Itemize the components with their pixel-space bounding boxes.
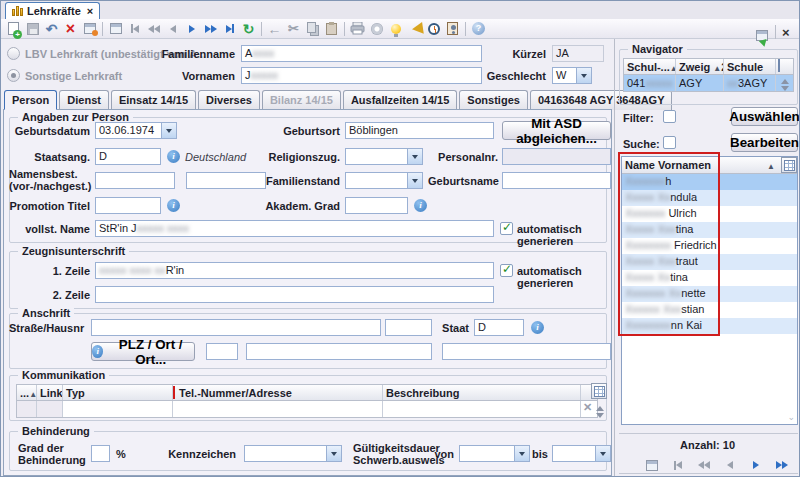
kennzeichen-combo[interactable] xyxy=(244,445,342,462)
typ-cell[interactable] xyxy=(63,401,173,417)
row-spinner[interactable] xyxy=(593,402,607,422)
refresh-button[interactable]: ↻ xyxy=(239,20,258,38)
chevron-down-icon[interactable] xyxy=(326,445,342,462)
list-item[interactable]: Xxxxxx Xxxstian xyxy=(622,302,797,318)
navigator-row-spinner[interactable] xyxy=(776,75,793,91)
back-button[interactable] xyxy=(163,20,182,38)
list-item[interactable]: Xxxxxxxxnn Kai xyxy=(622,318,797,334)
bearbeiten-button[interactable]: Bearbeiten xyxy=(731,133,798,152)
last-record-button[interactable] xyxy=(220,20,239,38)
list-item[interactable]: Xxxxx Xxxtina xyxy=(622,222,797,238)
chevron-down-icon[interactable] xyxy=(576,67,592,84)
fast-back-button[interactable] xyxy=(694,456,713,474)
tel-cell[interactable] xyxy=(173,401,383,417)
beschreibung-column-header[interactable]: Beschreibung xyxy=(383,385,581,400)
bis-combo[interactable] xyxy=(552,445,611,462)
hausnr-field[interactable] xyxy=(385,319,432,336)
vornamen-field[interactable]: Jxxxxx xyxy=(241,67,482,84)
info-icon[interactable]: i xyxy=(167,199,180,212)
tab-dienst[interactable]: Dienst xyxy=(59,90,109,110)
info-icon[interactable]: i xyxy=(531,321,544,334)
strasse-field[interactable] xyxy=(91,319,381,336)
schulnr-column-header[interactable]: Schul-...▲1 xyxy=(624,59,676,74)
undo-button[interactable]: ↶ xyxy=(42,20,61,38)
typ-column-header[interactable]: Typ xyxy=(63,385,173,400)
tab-close-icon[interactable]: × xyxy=(87,5,93,17)
list-item[interactable]: Xxxxxxx Xxnette xyxy=(622,286,797,302)
familienname-field[interactable]: Axxxx xyxy=(241,45,482,62)
print-button[interactable] xyxy=(348,20,367,38)
kommunikation-empty-row[interactable]: ✕ xyxy=(16,401,598,418)
user-data-button[interactable] xyxy=(443,20,462,38)
first-record-button[interactable] xyxy=(668,456,687,474)
info-icon[interactable]: i xyxy=(167,150,180,163)
schule-column-header[interactable]: Schule xyxy=(724,59,776,74)
list-item[interactable]: Xxxxx Xxndula xyxy=(622,190,797,206)
vollname-autogen-checkbox[interactable] xyxy=(500,222,513,235)
staatsang-field[interactable]: D xyxy=(95,148,161,165)
list-settings-button[interactable] xyxy=(781,157,797,173)
copy-button[interactable] xyxy=(303,20,322,38)
fast-forward-button[interactable] xyxy=(772,456,791,474)
record-form-button[interactable] xyxy=(642,456,661,474)
chevron-down-icon[interactable] xyxy=(161,122,177,139)
fast-back-button[interactable] xyxy=(144,20,163,38)
zeile1-field[interactable]: xxxxx xxxx xxR'in xyxy=(95,262,494,279)
chevron-down-icon[interactable] xyxy=(407,172,423,189)
religionszug-combo[interactable] xyxy=(345,148,423,165)
grad-field[interactable] xyxy=(91,445,110,462)
table-settings-button[interactable] xyxy=(591,383,607,399)
navigator-selected-row[interactable]: 041xxxxx AGY xx3AGY xyxy=(623,75,794,92)
teacher-list-header[interactable]: Name Vornamen ▲ xyxy=(622,157,797,174)
radio-lbv-lehrkraft[interactable] xyxy=(7,47,20,60)
plz-ort-button[interactable]: iPLZ / Ort / Ort... xyxy=(91,342,195,361)
copy-record-button[interactable] xyxy=(106,20,125,38)
tab-person[interactable]: Person xyxy=(4,90,57,110)
tab-sonstiges[interactable]: Sonstiges xyxy=(459,90,528,110)
sort-column-header[interactable]: ...▲ xyxy=(17,385,37,400)
namensbest-vor-field[interactable] xyxy=(95,172,175,189)
hint-button[interactable] xyxy=(386,20,405,38)
assign-button[interactable]: ← xyxy=(265,20,284,38)
navigator-header-row[interactable]: Schul-...▲1 Zweig ▲2 Schule xyxy=(623,58,794,75)
plz-field[interactable] xyxy=(206,343,238,360)
chevron-down-icon[interactable] xyxy=(595,445,611,462)
delete-button[interactable]: × xyxy=(61,20,80,38)
paste-button[interactable] xyxy=(322,20,341,38)
back-button[interactable] xyxy=(720,456,739,474)
close-view-icon[interactable]: × xyxy=(782,26,790,39)
akadem-grad-field[interactable] xyxy=(345,197,408,214)
first-record-button[interactable] xyxy=(125,20,144,38)
schedule-button[interactable] xyxy=(424,20,443,38)
tab-ausfallzeiten[interactable]: Ausfallzeiten 14/15 xyxy=(343,90,457,110)
link-column-header[interactable]: Link xyxy=(37,385,63,400)
zeugnis-autogen-checkbox[interactable] xyxy=(500,264,513,277)
edit-form-button[interactable] xyxy=(80,20,99,38)
ortsteil-field[interactable] xyxy=(442,343,611,360)
link-cell[interactable] xyxy=(37,401,63,417)
vollname-field[interactable]: StR'in Jxxxxx xxxx xyxy=(95,220,494,237)
cut-button[interactable]: ✂ xyxy=(284,20,303,38)
navigator-settings-button[interactable] xyxy=(776,59,793,74)
notification-button[interactable] xyxy=(405,20,424,38)
asd-abgleichen-button[interactable]: Mit ASD abgleichen... xyxy=(502,121,611,140)
sort-asc-icon[interactable]: ▲ xyxy=(767,162,775,171)
promotion-titel-field[interactable] xyxy=(95,197,161,214)
export-button[interactable] xyxy=(367,20,386,38)
tel-column-header[interactable]: Tel.-Nummer/Adresse xyxy=(173,385,383,400)
chevron-down-icon[interactable] xyxy=(407,148,423,165)
kommunikation-header-row[interactable]: ...▲ Link Typ Tel.-Nummer/Adresse Beschr… xyxy=(16,384,598,401)
forward-button[interactable] xyxy=(746,456,765,474)
list-item[interactable]: Xxxxxxxx Friedrich xyxy=(622,238,797,254)
geburtsname-field[interactable] xyxy=(502,172,611,189)
chevron-down-icon[interactable] xyxy=(514,445,530,462)
tab-einsatz[interactable]: Einsatz 14/15 xyxy=(111,90,196,110)
von-combo[interactable] xyxy=(459,445,530,462)
list-item[interactable]: Xxxxxxx Ulrich xyxy=(622,206,797,222)
list-item[interactable]: Xxxxx Xxxtraut xyxy=(622,254,797,270)
scroll-down-icon[interactable]: ⌄ xyxy=(787,412,795,422)
radio-sonstige-lehrkraft[interactable] xyxy=(7,69,20,82)
kuerzel-field[interactable]: JA xyxy=(552,45,604,62)
ort-field[interactable] xyxy=(246,343,432,360)
fast-forward-button[interactable] xyxy=(201,20,220,38)
